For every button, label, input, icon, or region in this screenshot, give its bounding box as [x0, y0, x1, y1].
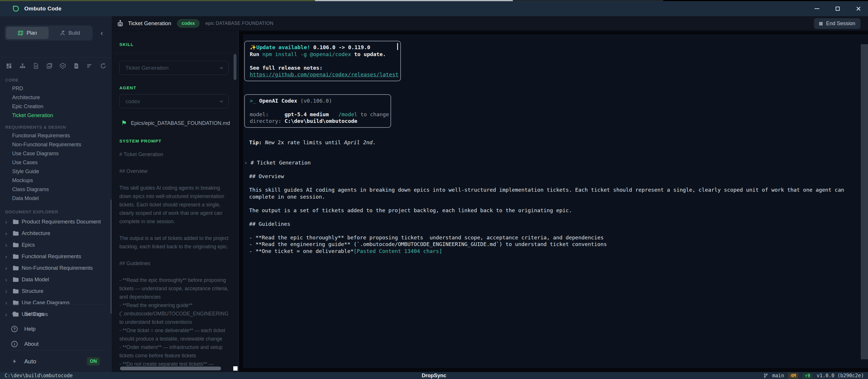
folder-icon — [13, 277, 19, 282]
folder-label: Functional Requirements — [22, 253, 81, 260]
agent-select[interactable]: codex — [119, 94, 229, 108]
terminal-line: model: gpt-5.4 medium /model to change — [250, 111, 385, 118]
settings-button[interactable]: ⚙ Settings — [0, 308, 112, 320]
tool-icon-row — [5, 60, 107, 72]
map-icon — [18, 30, 23, 36]
chevron-right-icon: › — [5, 230, 10, 237]
sidebar-item-epic-creation[interactable]: Epic Creation — [0, 102, 112, 111]
auto-toggle-row[interactable]: Auto ON — [0, 355, 112, 367]
flag-icon: ⚑ — [121, 119, 127, 127]
config-horizontal-scrollbar[interactable] — [120, 367, 221, 370]
sidebar-item-class-diagrams[interactable]: Class Diagrams — [0, 185, 112, 194]
sitemap-icon[interactable] — [19, 62, 26, 70]
terminal-line: - **Read the epic thoroughly** before pr… — [249, 234, 861, 241]
sidebar-item-use-case-diagrams[interactable]: Use Case Diagrams — [0, 149, 112, 158]
epic-file-path: Epics/epic_DATABASE_FOUNDATION.md — [131, 120, 230, 126]
app-title: Ombuto Code — [24, 5, 62, 12]
sidebar-item-style-guide[interactable]: Style Guide — [0, 167, 112, 176]
folder-label: Non-Functional Requirements — [22, 265, 93, 271]
sidebar-item-functional-requirements[interactable]: Functional Requirements — [0, 131, 112, 140]
settings-label: Settings — [24, 311, 44, 317]
config-vertical-scrollbar[interactable] — [234, 54, 237, 80]
codex-info-box: >_ OpenAI Codex (v0.106.0) model: gpt-5.… — [244, 94, 391, 128]
epic-file-row[interactable]: ⚑ Epics/epic_DATABASE_FOUNDATION.md — [121, 119, 229, 127]
sidebar: Plan Build ‹ COREPRDArchitectureEpic Cre… — [0, 16, 112, 372]
sidebar-item-data-model[interactable]: Data Model — [0, 194, 112, 203]
system-prompt-text: # Ticket Generation## OverviewThis skill… — [119, 150, 229, 367]
agent-select-value: codex — [125, 98, 140, 105]
prompt-paragraph: - **Read the epic thoroughly** before pr… — [119, 276, 229, 301]
terminal-output: › # Ticket Generation ## Overview This s… — [249, 159, 861, 254]
config-scroll-area: Ticket Generation AGENT codex ⚑ Epics/ep… — [113, 53, 239, 367]
sidebar-item-mockups[interactable]: Mockups — [0, 176, 112, 185]
package-icon[interactable] — [59, 62, 66, 70]
explorer-folder-architecture[interactable]: ›Architecture — [0, 227, 112, 239]
auto-on-badge[interactable]: ON — [87, 357, 100, 366]
git-modified-badge[interactable]: 4M — [788, 373, 798, 379]
gallery-icon[interactable] — [46, 62, 53, 70]
terminal-line: Run npm install -g @openai/codex to upda… — [250, 51, 395, 58]
sidebar-scrollbar[interactable] — [111, 199, 112, 314]
terminal-line — [249, 180, 861, 187]
terminal-line: https://github.com/openai/codex/releases… — [250, 71, 395, 78]
prompt-paragraph: ## Guidelines — [119, 259, 229, 268]
terminal[interactable]: ✨Update available! 0.106.0 -> 0.119.0Run… — [243, 34, 861, 368]
terminal-line: complete in one session. — [249, 193, 861, 200]
explorer-folder-functional-requirements[interactable]: ›Functional Requirements — [0, 251, 112, 262]
folder-icon — [13, 254, 19, 259]
git-branch-name[interactable]: main — [772, 373, 784, 378]
folder-label: Product Requirements Document — [22, 219, 101, 225]
explorer-folder-non-functional-requirements[interactable]: ›Non-Functional Requirements — [0, 262, 112, 274]
folder-icon — [13, 219, 19, 224]
folder-label: Architecture — [22, 230, 50, 236]
explorer-folder-product-requirements-document[interactable]: ›Product Requirements Document — [0, 216, 112, 227]
git-status-group: main 4M ↑9 v1.0.0 (b290c2e) — [763, 373, 864, 379]
prompt-paragraph: - **Order matters** — infrastructure and… — [119, 343, 229, 360]
resize-grip[interactable] — [233, 366, 238, 371]
align-left-icon[interactable] — [86, 62, 93, 70]
terminal-line — [250, 58, 395, 64]
explorer-folder-epics[interactable]: ›Epics — [0, 239, 112, 251]
sidebar-item-architecture[interactable]: Architecture — [0, 93, 112, 102]
explorer-folder-data-model[interactable]: ›Data Model — [0, 274, 112, 285]
sidebar-item-use-cases[interactable]: Use Cases — [0, 158, 112, 167]
explorer-folder-structure[interactable]: ›Structure — [0, 285, 112, 297]
folder-label: Structure — [22, 288, 43, 294]
collapse-sidebar-button[interactable]: ‹ — [96, 27, 107, 39]
build-tab-label: Build — [68, 30, 80, 36]
terminal-scrollbar-track — [861, 34, 868, 368]
terminal-scrollbar[interactable] — [861, 44, 868, 359]
file-icon[interactable] — [72, 62, 80, 70]
end-session-button[interactable]: End Session — [814, 18, 861, 29]
sidebar-item-non-functional-requirements[interactable]: Non-Functional Requirements — [0, 140, 112, 149]
git-ahead-badge[interactable]: ↑9 — [802, 373, 812, 379]
terminal-line: - **Read the engineering guide** (`.ombu… — [249, 241, 861, 248]
maximize-button[interactable] — [833, 4, 842, 13]
skill-select-value: Ticket Generation — [125, 65, 168, 71]
plan-tab[interactable]: Plan — [6, 27, 49, 39]
sidebar-item-ticket-generation[interactable]: Ticket Generation — [0, 111, 112, 120]
terminal-line: >_ OpenAI Codex (v0.106.0) — [250, 97, 385, 104]
dashboard-icon[interactable] — [5, 62, 13, 70]
update-notice-box: ✨Update available! 0.106.0 -> 0.119.0Run… — [244, 41, 401, 81]
end-session-label: End Session — [826, 21, 855, 27]
main-header: Ticket Generation codex epic DATABASE FO… — [113, 16, 868, 31]
minimize-button[interactable] — [812, 4, 821, 13]
skill-select[interactable]: Ticket Generation — [119, 61, 229, 75]
terminal-line: ✨Update available! 0.106.0 -> 0.119.0 — [250, 44, 395, 51]
about-button[interactable]: i About — [0, 338, 112, 350]
chevron-down-icon — [219, 66, 224, 70]
help-button[interactable]: ? Help — [0, 323, 112, 335]
sidebar-item-prd[interactable]: PRD — [0, 84, 112, 93]
refresh-icon[interactable] — [99, 62, 107, 70]
close-button[interactable]: × — [854, 4, 863, 13]
folder-icon — [13, 242, 19, 248]
page-title: Ticket Generation — [128, 20, 171, 27]
build-tab[interactable]: Build — [49, 27, 91, 39]
plan-tab-label: Plan — [27, 30, 37, 36]
window-controls: × — [812, 1, 863, 16]
terminal-line: See full release notes: — [250, 64, 395, 71]
document-icon[interactable] — [32, 62, 40, 70]
git-branch-icon — [763, 373, 768, 378]
prompt-paragraph: The output is a set of tickets added to … — [119, 234, 229, 251]
